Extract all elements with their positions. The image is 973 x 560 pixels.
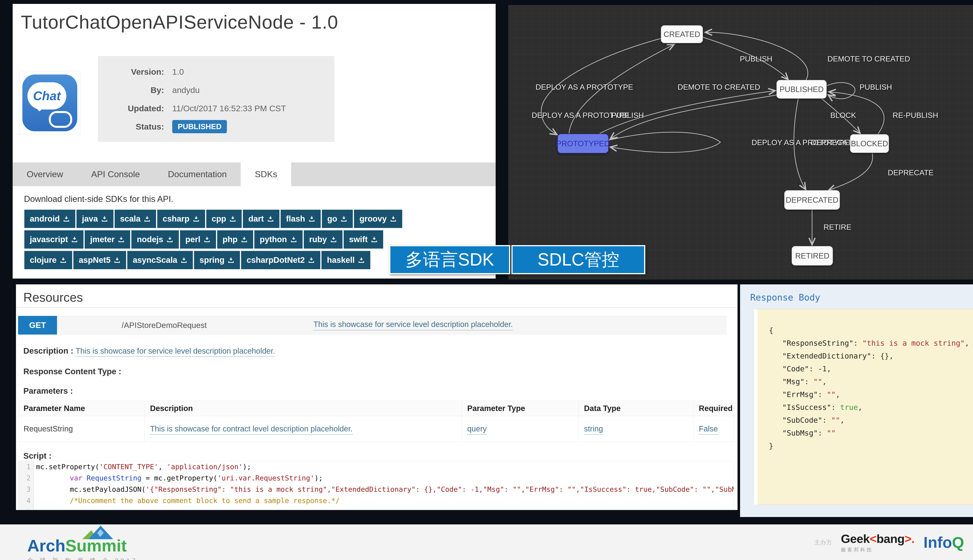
sdk-intro-text: Download client-side SDKs for this API. [24, 194, 174, 204]
data-type-link[interactable]: string [584, 425, 603, 435]
download-icon [330, 236, 337, 243]
sdk-download-button[interactable]: spring [194, 251, 240, 269]
code-line: mc.setProperty('CONTENT_TYPE', 'applicat… [36, 461, 734, 472]
sdk-download-button[interactable]: swift [344, 230, 383, 248]
download-icon [63, 215, 70, 222]
sdk-language-label: go [327, 214, 337, 223]
sdk-download-button[interactable]: javascript [24, 230, 83, 248]
organizer-label: 主办方 [814, 538, 832, 547]
sdk-download-button[interactable]: java [77, 210, 113, 228]
script-line: Script : [23, 451, 52, 461]
resource-path: /APIStoreDemoRequest [122, 321, 207, 330]
required-link[interactable]: False [699, 425, 718, 435]
service-description-link[interactable]: This is showcase for service level descr… [75, 347, 275, 357]
download-icon [166, 236, 174, 243]
sdk-download-button[interactable]: haskell [322, 251, 370, 269]
sdk-language-label: flash [286, 214, 305, 223]
response-body-title: Response Body [750, 292, 820, 303]
tab[interactable]: Overview [13, 162, 77, 186]
code-line: /*Uncomment the above comment block to s… [36, 495, 734, 506]
download-icon [390, 215, 397, 222]
contract-description-link[interactable]: This is showcase for contract level desc… [150, 425, 353, 435]
sdk-download-button[interactable]: flash [280, 210, 321, 228]
sdk-download-button[interactable]: go [322, 210, 353, 228]
sdk-download-button[interactable]: php [217, 230, 253, 248]
column-header: Data Type [579, 401, 693, 416]
sdk-download-button[interactable]: clojure [24, 251, 72, 269]
sdk-row-1: android java scala csharp cpp dart flash… [24, 210, 402, 228]
status-badge: PUBLISHED [172, 120, 227, 133]
state-node: PROTOTYPED [557, 134, 609, 153]
state-node-label: DEPRECATED [786, 196, 838, 205]
download-icon [204, 236, 210, 243]
code-line: mc.setPayloadJSON('{"ResponseString": "t… [36, 484, 734, 495]
sdk-download-button[interactable]: nodejs [131, 230, 179, 248]
organizer-block: 主办方 Geek<bang>. 极客邦科技 InfoQ [814, 532, 964, 553]
sdk-download-button[interactable]: csharp [157, 210, 205, 228]
sdk-language-label: swift [349, 235, 368, 244]
sdk-download-button[interactable]: cpp [206, 210, 242, 228]
description-label: Description : [23, 346, 75, 355]
tab[interactable]: SDKs [241, 162, 291, 186]
geekbang-subtitle: 极客邦科技 [841, 547, 915, 553]
sdk-download-button[interactable]: asyncScala [127, 251, 193, 269]
param-name-cell: RequestString [18, 416, 145, 442]
slide-canvas: TutorChatOpenAPIServiceNode - 1.0 Chat V… [0, 0, 973, 560]
download-icon [229, 215, 236, 222]
sdk-download-button[interactable]: csharpDotNet2 [241, 251, 320, 269]
sdk-language-label: javascript [30, 235, 68, 244]
sdk-download-button[interactable]: dart [243, 210, 279, 228]
response-body-panel: Response Body { "ResponseString": "this … [740, 284, 973, 517]
download-icon [60, 257, 67, 263]
sdk-language-label: jmeter [90, 235, 115, 244]
resource-get-row[interactable]: GET /APIStoreDemoRequest This is showcas… [18, 316, 726, 335]
sdk-download-button[interactable]: scala [115, 210, 156, 228]
parameter-type-link[interactable]: query [467, 425, 487, 435]
transition-label: DEMOTE TO CREATED [678, 83, 760, 92]
infoq-logo: InfoQ [923, 533, 964, 552]
sdk-language-label: aspNet5 [79, 255, 110, 265]
http-method-badge[interactable]: GET [18, 316, 57, 335]
download-icon [193, 215, 200, 222]
transition-label: RE-PUBLISH [893, 111, 938, 120]
sdk-row-2: javascript jmeter nodejs perl php python… [24, 230, 402, 248]
download-icon [241, 236, 248, 243]
sdk-language-label: haskell [327, 255, 355, 265]
description-line: Description : This is showcase for servi… [23, 346, 275, 355]
sdk-language-label: perl [185, 235, 200, 244]
transition-label: DEPLOY AS A PROTOTYPE [536, 83, 633, 92]
sdk-language-label: csharp [163, 214, 190, 223]
callout-multi-language-sdk: 多语言SDK [389, 245, 510, 274]
response-json-box: { "ResponseString": "this is a mock stri… [754, 309, 973, 505]
transition-label: DEMOTE TO CREATED [828, 55, 910, 63]
geekbang-logo: Geek<bang>. 极客邦科技 [841, 532, 915, 553]
script-code-editor[interactable]: 12345 mc.setProperty('CONTENT_TYPE', 'ap… [18, 461, 734, 510]
table-row: RequestString This is showcase for contr… [18, 416, 734, 442]
sdk-language-label: android [30, 214, 60, 223]
download-icon [290, 236, 297, 243]
transition-label: PUBLISH [860, 83, 892, 92]
updated-value: 11/Oct/2017 16:52:33 PM CST [172, 104, 286, 113]
service-description-link[interactable]: This is showcase for service level descr… [314, 320, 513, 330]
sdk-download-button[interactable]: ruby [304, 230, 342, 248]
sdk-language-label: java [82, 214, 98, 223]
sdk-download-button[interactable]: android [24, 210, 75, 228]
tab[interactable]: Documentation [154, 162, 241, 186]
download-icon [308, 215, 315, 222]
sdk-download-button[interactable]: python [254, 230, 303, 248]
transition-label: RETIRE [824, 223, 851, 232]
resources-panel: Resources GET /APIStoreDemoRequest This … [16, 284, 738, 510]
info-row-status: Status: PUBLISHED [98, 117, 334, 136]
required-cell: False [693, 416, 734, 442]
line-number-gutter: 12345 [18, 461, 34, 510]
sdk-download-button[interactable]: jmeter [85, 230, 130, 248]
sdk-download-button[interactable]: perl [180, 230, 216, 248]
sdk-download-button[interactable]: aspNet5 [73, 251, 126, 269]
column-header: Required [693, 401, 734, 416]
tab[interactable]: API Console [77, 162, 154, 186]
download-icon [358, 257, 365, 263]
sdk-download-button[interactable]: groovy [354, 210, 402, 228]
page-title: TutorChatOpenAPIServiceNode - 1.0 [21, 11, 338, 33]
json-line: "IsSuccess": true, [769, 401, 973, 414]
api-info-box: Version: 1.0 By: andydu Updated: 11/Oct/… [98, 56, 334, 142]
